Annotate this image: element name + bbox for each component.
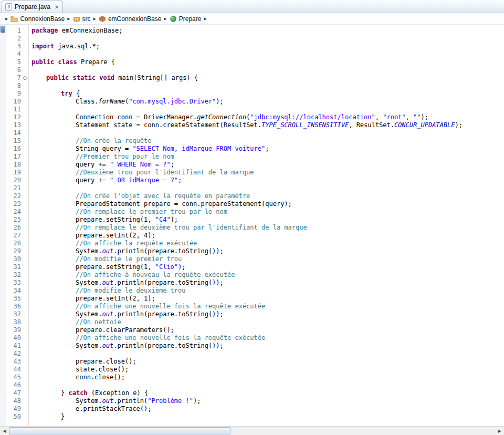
code-line[interactable]: prepare.clearParameters(); bbox=[32, 326, 504, 334]
chevron-right-icon[interactable]: ▶ bbox=[93, 17, 96, 20]
code-line[interactable]: String query = "SELECT Nom, idMarque FRO… bbox=[32, 145, 504, 153]
code-line[interactable]: e.printStackTrace(); bbox=[32, 405, 504, 413]
code-line[interactable]: Connection conn = DriverManager.getConne… bbox=[32, 113, 504, 121]
annotation-ruler[interactable] bbox=[0, 25, 6, 426]
fold-bar[interactable]: ⊖ bbox=[21, 25, 29, 426]
code-line[interactable]: public static void main(String[] args) { bbox=[32, 74, 504, 82]
code-line[interactable]: prepare.setInt(2, 1); bbox=[32, 295, 504, 303]
code-line[interactable] bbox=[32, 350, 504, 358]
code-line[interactable]: state.close(); bbox=[32, 366, 504, 374]
code-line[interactable] bbox=[32, 50, 504, 58]
code-line[interactable] bbox=[32, 82, 504, 90]
breadcrumb-item-connexionbase[interactable]: ConnexionBase bbox=[10, 15, 65, 23]
code-token: prepare.setInt(2, 4); bbox=[76, 232, 155, 239]
line-number-gutter[interactable]: 1234567891011121314151617181920212223242… bbox=[6, 25, 21, 426]
tab-close-icon[interactable]: ✕ bbox=[55, 4, 59, 10]
chevron-right-icon[interactable]: ▶ bbox=[164, 17, 166, 20]
code-token: System. bbox=[76, 279, 102, 286]
code-line[interactable]: } catch (Exception e) { bbox=[32, 389, 504, 397]
fold-bar-cell bbox=[21, 161, 28, 169]
code-line[interactable]: import java.sql.*; bbox=[32, 43, 504, 50]
code-line[interactable]: prepare.setInt(2, 4); bbox=[32, 232, 504, 240]
package-icon bbox=[99, 15, 106, 23]
scroll-left-icon[interactable]: ◀ bbox=[0, 427, 9, 435]
code-area[interactable]: package emConnexionBase;import java.sql.… bbox=[29, 25, 504, 426]
code-line[interactable]: //On affiche une nouvelle fois la requêt… bbox=[32, 334, 504, 342]
code-token: "com.mysql.jdbc.Driver" bbox=[129, 98, 216, 105]
code-line[interactable]: System.out.println(prepare.toString()); bbox=[32, 342, 504, 350]
code-line[interactable]: } bbox=[32, 413, 504, 421]
code-line[interactable]: package emConnexionBase; bbox=[32, 27, 504, 35]
breadcrumb-item-emconnexionbase[interactable]: emConnexionBase bbox=[99, 15, 161, 23]
fold-bar-cell bbox=[21, 397, 28, 405]
code-line[interactable]: //On crée la requête bbox=[32, 137, 504, 145]
line-number: 36 bbox=[6, 303, 21, 310]
code-line[interactable]: //Premier trou pour le nom bbox=[32, 153, 504, 161]
scrollbar-thumb[interactable] bbox=[9, 427, 230, 434]
code-line[interactable]: //On crée l'objet avec la requête en par… bbox=[32, 192, 504, 200]
scroll-right-icon[interactable]: ▶ bbox=[495, 427, 504, 435]
line-number: 47 bbox=[6, 389, 21, 397]
breadcrumb-item-prepare[interactable]: Prepare bbox=[170, 15, 202, 23]
code-token: //On remplace le deuxième trou par l'ide… bbox=[76, 224, 307, 231]
code-line[interactable] bbox=[32, 129, 504, 137]
code-line[interactable]: prepare.close(); bbox=[32, 358, 504, 366]
code-line[interactable]: public class Prepare { bbox=[32, 58, 504, 66]
code-token: out bbox=[102, 279, 114, 286]
line-number: 28 bbox=[6, 240, 21, 247]
horizontal-scrollbar[interactable]: ◀ ▶ bbox=[0, 426, 504, 435]
class-icon bbox=[170, 15, 177, 23]
chevron-right-icon[interactable]: ▶ bbox=[204, 17, 206, 20]
code-line[interactable]: Class.forName("com.mysql.jdbc.Driver"); bbox=[32, 98, 504, 106]
code-line[interactable]: //On modifie le deuxième trou bbox=[32, 287, 504, 295]
code-token: //On affiche à nouveau la requête exécut… bbox=[76, 271, 235, 278]
line-number: 22 bbox=[6, 192, 21, 200]
code-line[interactable] bbox=[32, 66, 504, 74]
code-line[interactable] bbox=[32, 184, 504, 192]
code-token: try bbox=[61, 90, 72, 97]
code-token: ); bbox=[178, 263, 185, 271]
breadcrumb-expand-icon[interactable]: ▶ bbox=[5, 17, 8, 20]
fold-bar-cell bbox=[21, 358, 28, 366]
code-line[interactable] bbox=[32, 35, 504, 43]
breadcrumb-item-src[interactable]: src bbox=[73, 15, 91, 23]
code-line[interactable]: query += " WHERE Nom = ?"; bbox=[32, 161, 504, 169]
code-token: .println(prepare.toString()); bbox=[113, 247, 224, 255]
code-line[interactable]: query += " OR idMarque = ?"; bbox=[32, 177, 504, 184]
code-line[interactable]: //On remplace le deuxième trou par l'ide… bbox=[32, 224, 504, 232]
code-token: .println(prepare.toString()); bbox=[113, 279, 224, 286]
tab-prepare-java[interactable]: J Prepare.java ✕ bbox=[2, 1, 63, 13]
code-line[interactable]: //On affiche à nouveau la requête exécut… bbox=[32, 271, 504, 279]
code-line[interactable] bbox=[32, 381, 504, 389]
code-line[interactable] bbox=[32, 106, 504, 113]
code-token: class bbox=[58, 58, 77, 66]
code-line[interactable]: //On modifie le premier trou bbox=[32, 255, 504, 263]
code-line[interactable]: //On remplace le premier trou par le nom bbox=[32, 208, 504, 216]
code-line[interactable]: System.out.println(prepare.toString()); bbox=[32, 279, 504, 287]
code-token: //On affiche une nouvelle fois la requêt… bbox=[76, 334, 265, 341]
code-line[interactable]: //On nettoie bbox=[32, 318, 504, 326]
code-token: { bbox=[72, 90, 80, 97]
tab-title: Prepare.java bbox=[15, 3, 50, 11]
code-line[interactable]: try { bbox=[32, 90, 504, 98]
line-number: 40 bbox=[6, 334, 21, 342]
code-line[interactable]: //On affiche la requête exécutée bbox=[32, 240, 504, 247]
line-number: 26 bbox=[6, 224, 21, 232]
code-line[interactable]: System.out.println("Problème !"); bbox=[32, 397, 504, 405]
line-number: 4 bbox=[6, 50, 21, 58]
code-line[interactable]: //On affiche une nouvelle fois la requêt… bbox=[32, 303, 504, 310]
chevron-right-icon[interactable]: ▶ bbox=[67, 17, 70, 20]
code-token: out bbox=[102, 247, 114, 255]
code-line[interactable]: //Deuxième trou pour l'identifiant de la… bbox=[32, 169, 504, 177]
code-token: //On affiche la requête exécutée bbox=[76, 240, 197, 247]
code-line[interactable]: conn.close(); bbox=[32, 374, 504, 381]
code-line[interactable]: PreparedStatement prepare = conn.prepare… bbox=[32, 200, 504, 208]
code-line[interactable]: prepare.setString(1, "C4"); bbox=[32, 216, 504, 224]
line-number: 24 bbox=[6, 208, 21, 216]
code-line[interactable]: Statement state = conn.createStatement(R… bbox=[32, 121, 504, 129]
fold-collapse-icon[interactable]: ⊖ bbox=[21, 74, 28, 82]
code-token: " OR idMarque = ?" bbox=[110, 177, 178, 184]
code-line[interactable]: System.out.println(prepare.toString()); bbox=[32, 247, 504, 255]
code-line[interactable]: prepare.setString(1, "Clio"); bbox=[32, 263, 504, 271]
code-line[interactable]: System.out.println(prepare.toString()); bbox=[32, 310, 504, 318]
